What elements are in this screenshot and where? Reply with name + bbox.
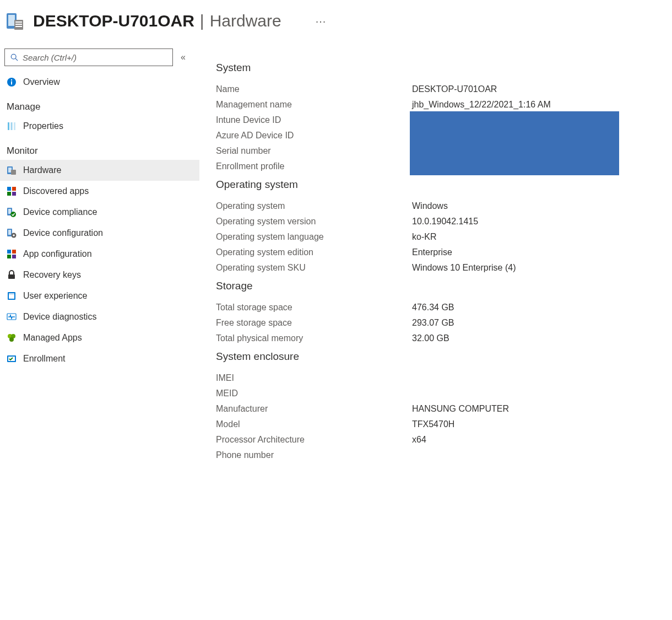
sidebar-section-monitor: Monitor — [0, 137, 199, 160]
prop-label: Operating system edition — [216, 247, 412, 257]
prop-row: Operating system languageko-KR — [216, 229, 661, 245]
sidebar-item-user-experience[interactable]: User experience — [0, 285, 199, 306]
sidebar-item-label: Hardware — [23, 165, 61, 175]
sidebar-item-device-compliance[interactable]: Device compliance — [0, 202, 199, 223]
prop-value: TFX5470H — [412, 419, 661, 429]
svg-rect-25 — [8, 230, 11, 235]
prop-value: Windows — [412, 201, 661, 211]
sidebar-item-managed-apps[interactable]: Managed Apps — [0, 327, 199, 348]
prop-row: ManufacturerHANSUNG COMPUTER — [216, 401, 661, 417]
sidebar-item-recovery-keys[interactable]: Recovery keys — [0, 265, 199, 285]
prop-row: Operating system version10.0.19042.1415 — [216, 214, 661, 229]
sidebar-item-app-configuration[interactable]: App configuration — [0, 244, 199, 265]
sidebar-item-device-configuration[interactable]: Device configuration — [0, 223, 199, 244]
prop-label: Manufacturer — [216, 404, 412, 414]
svg-rect-3 — [15, 21, 22, 23]
svg-rect-35 — [9, 293, 14, 295]
prop-label: Total physical memory — [216, 333, 412, 343]
prop-label: Phone number — [216, 450, 412, 460]
prop-value: DESKTOP-U701OAR — [412, 84, 661, 94]
section-heading-os: Operating system — [216, 179, 661, 191]
search-box[interactable] — [4, 48, 173, 66]
prop-row: Total storage space476.34 GB — [216, 300, 661, 315]
sidebar-item-enrollment[interactable]: Enrollment — [0, 348, 199, 369]
lock-icon — [7, 270, 17, 280]
svg-rect-10 — [11, 79, 12, 80]
svg-point-39 — [9, 337, 14, 342]
prop-label: Model — [216, 419, 412, 429]
sidebar-item-hardware[interactable]: Hardware — [0, 160, 199, 181]
prop-value: 293.07 GB — [412, 318, 661, 328]
sidebar-section-manage: Manage — [0, 93, 199, 116]
title-separator: | — [200, 12, 204, 30]
page-header: DESKTOP-U701OAR | Hardware ··· — [0, 0, 672, 46]
svg-rect-20 — [12, 192, 16, 196]
prop-row: Operating systemWindows — [216, 198, 661, 214]
sidebar-item-properties[interactable]: Properties — [0, 116, 199, 137]
prop-label: Serial number — [216, 146, 412, 156]
prop-label: Free storage space — [216, 318, 412, 328]
section-heading-system: System — [216, 62, 661, 74]
svg-rect-31 — [12, 255, 16, 258]
prop-row: Management namejhb_Windows_12/22/2021_1:… — [216, 97, 661, 112]
sidebar-item-label: App configuration — [23, 249, 92, 259]
svg-rect-1 — [8, 15, 15, 26]
prop-label: Name — [216, 84, 412, 94]
prop-label: Enrollment profile — [216, 161, 412, 171]
prop-label: Intune Device ID — [216, 115, 412, 125]
device-name: DESKTOP-U701OAR — [33, 12, 194, 30]
collapse-sidebar-button[interactable]: « — [178, 50, 188, 64]
prop-row: Operating system editionEnterprise — [216, 245, 661, 260]
svg-rect-28 — [7, 250, 11, 254]
prop-row: Processor Architecturex64 — [216, 432, 661, 448]
svg-point-6 — [11, 54, 16, 59]
svg-rect-19 — [7, 192, 11, 196]
prop-value: x64 — [412, 435, 661, 445]
sidebar-item-overview[interactable]: Overview — [0, 72, 199, 93]
prop-row: IMEI — [216, 370, 661, 386]
prop-row: Free storage space293.07 GB — [216, 315, 661, 331]
compliance-icon — [7, 207, 17, 217]
svg-rect-4 — [15, 24, 22, 25]
svg-rect-17 — [7, 187, 11, 191]
svg-rect-13 — [14, 122, 15, 130]
sidebar-item-label: Enrollment — [23, 354, 65, 364]
managed-apps-icon — [7, 333, 17, 343]
sidebar-item-label: Discovered apps — [23, 186, 89, 196]
svg-rect-9 — [11, 82, 12, 85]
svg-point-23 — [10, 212, 16, 217]
prop-label: Total storage space — [216, 303, 412, 312]
prop-value: 10.0.19042.1415 — [412, 217, 661, 227]
sidebar-item-label: Properties — [23, 121, 63, 131]
more-actions-button[interactable]: ··· — [311, 13, 331, 30]
svg-rect-22 — [8, 209, 11, 214]
prop-label: Management name — [216, 100, 412, 110]
properties-icon — [7, 121, 17, 131]
prop-row: Operating system SKUWindows 10 Enterpris… — [216, 260, 661, 276]
sidebar-item-device-diagnostics[interactable]: Device diagnostics — [0, 306, 199, 327]
prop-row: NameDESKTOP-U701OAR — [216, 82, 661, 97]
prop-label: IMEI — [216, 373, 412, 383]
sidebar-item-label: Device diagnostics — [23, 312, 96, 322]
search-input[interactable] — [23, 53, 168, 62]
device-small-icon — [7, 165, 17, 175]
prop-value: jhb_Windows_12/22/2021_1:16 AM — [412, 100, 661, 110]
page-subtitle: Hardware — [210, 12, 281, 30]
prop-label: Azure AD Device ID — [216, 131, 412, 141]
prop-label: Operating system — [216, 201, 412, 211]
sidebar-item-discovered-apps[interactable]: Discovered apps — [0, 181, 199, 202]
device-icon — [6, 11, 25, 31]
diagnostics-icon — [7, 312, 17, 322]
enrollment-icon — [7, 354, 17, 364]
sidebar: « Overview Manage Properties — [0, 46, 199, 463]
prop-value: 32.00 GB — [412, 333, 661, 343]
svg-rect-5 — [15, 26, 22, 27]
prop-value: ko-KR — [412, 232, 661, 242]
svg-rect-16 — [11, 170, 16, 175]
section-heading-enclosure: System enclosure — [216, 351, 661, 363]
prop-value: 476.34 GB — [412, 303, 661, 312]
book-icon — [7, 291, 17, 301]
prop-label: Processor Architecture — [216, 435, 412, 445]
sidebar-item-label: Device compliance — [23, 207, 97, 217]
search-icon — [9, 52, 19, 62]
